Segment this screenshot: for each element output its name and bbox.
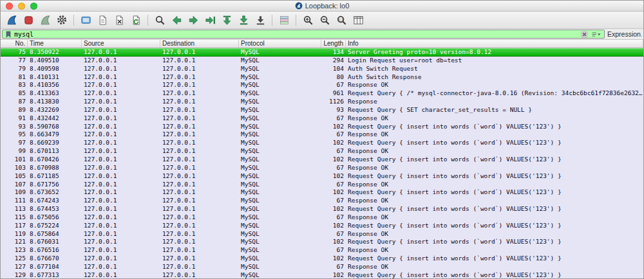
zoom-original-button[interactable]: 1:1 <box>333 13 350 28</box>
packet-cell-info: Response OK <box>346 230 643 239</box>
packet-row[interactable]: 958.663479127.0.0.1127.0.0.1MySQL67Respo… <box>1 130 643 139</box>
packet-cell-destination: 127.0.0.1 <box>160 147 239 156</box>
packet-cell-no: 91 <box>1 114 28 123</box>
packet-row[interactable]: 858.413363127.0.0.1127.0.0.1MySQL961Requ… <box>1 89 643 98</box>
packet-cell-no: 77 <box>1 57 28 65</box>
packet-row[interactable]: 798.409598127.0.0.1127.0.0.1MySQL104Auth… <box>1 65 643 73</box>
packet-row[interactable]: 1158.675056127.0.0.1127.0.0.1MySQL67Resp… <box>1 213 643 222</box>
packet-row[interactable]: 1198.675864127.0.0.1127.0.0.1MySQL67Resp… <box>1 230 643 239</box>
packet-row[interactable]: 978.669239127.0.0.1127.0.0.1MySQL102Requ… <box>1 139 643 147</box>
display-filter-input[interactable]: mysql <box>2 30 605 39</box>
go-to-packet-button[interactable] <box>202 13 218 28</box>
packet-cell-info: Response OK <box>346 147 643 156</box>
go-first-packet-button[interactable] <box>218 13 235 28</box>
go-last-packet-button[interactable] <box>235 13 252 28</box>
stop-capture-button[interactable] <box>20 13 37 28</box>
packet-cell-protocol: MySQL <box>239 57 321 65</box>
packet-row[interactable]: 1238.676516127.0.0.1127.0.0.1MySQL67Resp… <box>1 246 643 255</box>
bookmark-icon[interactable] <box>5 30 12 39</box>
expression-button[interactable]: Expression… <box>607 30 642 38</box>
packet-row[interactable]: 938.590768127.0.0.1127.0.0.1MySQL102Requ… <box>1 123 643 131</box>
packet-row[interactable]: 1018.670426127.0.0.1127.0.0.1MySQL102Req… <box>1 156 643 164</box>
packet-row[interactable]: 1038.670988127.0.0.1127.0.0.1MySQL67Resp… <box>1 164 643 172</box>
zoom-in-button[interactable] <box>299 13 316 28</box>
packet-cell-protocol: MySQL <box>239 255 321 263</box>
packet-cell-destination: 127.0.0.1 <box>160 205 239 213</box>
column-header-destination[interactable]: Destination <box>160 40 239 48</box>
packet-cell-info: Request Query { insert into words (`word… <box>346 222 643 230</box>
packet-row[interactable]: 898.432269127.0.0.1127.0.0.1MySQL93Reque… <box>1 106 643 114</box>
column-header-protocol[interactable]: Protocol <box>239 40 321 48</box>
packet-cell-protocol: MySQL <box>239 230 321 239</box>
clear-filter-icon[interactable] <box>580 30 589 39</box>
minimize-window-button[interactable] <box>18 3 25 10</box>
packet-row[interactable]: 758.350922127.0.0.1127.0.0.1MySQL134Serv… <box>1 48 643 57</box>
title-bar: Loopback: lo0 <box>1 1 643 12</box>
packet-cell-time: 8.413830 <box>28 98 82 106</box>
restart-capture-button[interactable] <box>37 13 53 28</box>
packet-cell-length: 67 <box>321 263 346 271</box>
packet-row[interactable]: 1258.676670127.0.0.1127.0.0.1MySQL102Req… <box>1 255 643 263</box>
packet-cell-length: 67 <box>321 130 346 139</box>
packet-row[interactable]: 1298.677313127.0.0.1127.0.0.1MySQL102Req… <box>1 271 643 278</box>
auto-scroll-button[interactable] <box>252 13 269 28</box>
packet-cell-info: Auth Switch Response <box>346 73 643 82</box>
window-title-text: Loopback: lo0 <box>305 2 350 10</box>
packet-cell-length: 961 <box>321 89 346 98</box>
packet-cell-info: Response OK <box>346 213 643 222</box>
filter-dropdown-icon[interactable] <box>591 30 602 39</box>
packet-cell-length: 102 <box>321 271 346 278</box>
packet-cell-no: 85 <box>1 89 28 98</box>
packet-row[interactable]: 818.410131127.0.0.1127.0.0.1MySQL80Auth … <box>1 73 643 82</box>
capture-options-button[interactable] <box>53 13 70 28</box>
column-header-source[interactable]: Source <box>82 40 160 48</box>
packet-row[interactable]: 1178.675224127.0.0.1127.0.0.1MySQL102Req… <box>1 222 643 230</box>
packet-cell-protocol: MySQL <box>239 246 321 255</box>
packet-cell-source: 127.0.0.1 <box>82 205 160 213</box>
open-file-button[interactable] <box>77 13 94 28</box>
colorize-packets-button[interactable] <box>276 13 292 28</box>
packet-cell-destination: 127.0.0.1 <box>160 188 239 197</box>
packet-cell-length: 80 <box>321 73 346 82</box>
reload-file-button[interactable] <box>128 13 144 28</box>
packet-row[interactable]: 778.409510127.0.0.1127.0.0.1MySQL294Logi… <box>1 57 643 65</box>
packet-row[interactable]: 878.413830127.0.0.1127.0.0.1MySQL1126Res… <box>1 98 643 106</box>
packet-cell-info: Auth Switch Request <box>346 65 643 73</box>
packet-row[interactable]: 1098.673652127.0.0.1127.0.0.1MySQL102Req… <box>1 188 643 197</box>
packet-row[interactable]: 1138.674453127.0.0.1127.0.0.1MySQL102Req… <box>1 205 643 213</box>
go-back-button[interactable] <box>168 13 185 28</box>
column-header-info[interactable]: Info <box>346 40 643 48</box>
go-forward-button[interactable] <box>185 13 202 28</box>
packet-row[interactable]: 1218.676031127.0.0.1127.0.0.1MySQL102Req… <box>1 238 643 246</box>
toolbar: 1:1 <box>1 12 643 29</box>
packet-cell-time: 8.432269 <box>28 106 82 114</box>
packet-row[interactable]: 918.432442127.0.0.1127.0.0.1MySQL67Respo… <box>1 114 643 123</box>
close-window-button[interactable] <box>6 3 13 10</box>
packet-row[interactable]: 1078.671756127.0.0.1127.0.0.1MySQL67Resp… <box>1 181 643 189</box>
column-header-length[interactable]: Length <box>321 40 346 48</box>
packet-cell-no: 95 <box>1 130 28 139</box>
save-file-button[interactable] <box>94 13 111 28</box>
packet-cell-destination: 127.0.0.1 <box>160 238 239 246</box>
packet-cell-no: 99 <box>1 147 28 156</box>
resize-columns-button[interactable] <box>350 13 366 28</box>
go-forward-icon <box>187 14 200 26</box>
close-file-button[interactable] <box>111 13 128 28</box>
packet-row[interactable]: 1278.677104127.0.0.1127.0.0.1MySQL67Resp… <box>1 263 643 271</box>
packet-cell-info: Request Query { insert into words (`word… <box>346 172 643 181</box>
packet-row[interactable]: 1118.674243127.0.0.1127.0.0.1MySQL67Resp… <box>1 197 643 205</box>
start-capture-button[interactable] <box>3 13 20 28</box>
column-header-no[interactable]: No. <box>1 40 28 48</box>
column-header-time[interactable]: Time <box>28 40 82 48</box>
zoom-out-button[interactable] <box>316 13 333 28</box>
packet-row[interactable]: 998.670113127.0.0.1127.0.0.1MySQL67Respo… <box>1 147 643 156</box>
packet-cell-time: 8.676516 <box>28 246 82 255</box>
close-file-icon <box>113 14 126 26</box>
packet-row[interactable]: 838.410356127.0.0.1127.0.0.1MySQL67Respo… <box>1 81 643 89</box>
packet-row[interactable]: 1058.671185127.0.0.1127.0.0.1MySQL102Req… <box>1 172 643 181</box>
packet-cell-info: Request Query { insert into words (`word… <box>346 238 643 246</box>
packet-cell-no: 87 <box>1 98 28 106</box>
packet-cell-protocol: MySQL <box>239 271 321 278</box>
find-packet-button[interactable] <box>151 13 168 28</box>
zoom-window-button[interactable] <box>30 3 37 10</box>
